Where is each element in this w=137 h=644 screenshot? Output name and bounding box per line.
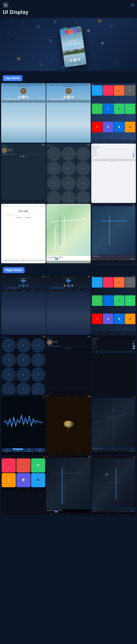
menu-icon[interactable] <box>3 2 8 8</box>
prev-1[interactable]: ⏮ <box>18 96 21 98</box>
night-extra[interactable]: 📱 <box>125 314 135 324</box>
night-bt[interactable]: BT <box>103 295 113 306</box>
night-prev-1[interactable]: ⏮ <box>18 284 21 287</box>
num-star[interactable]: * <box>47 191 61 203</box>
next-1[interactable]: ⏭ <box>26 96 28 98</box>
eq-rock[interactable]: ROCK <box>12 448 23 450</box>
night-star[interactable]: * <box>2 382 16 395</box>
night-yt[interactable]: ▶ <box>92 314 102 324</box>
night-bt-next[interactable]: ⏭ <box>70 347 72 350</box>
night-auto-connect-toggle[interactable] <box>132 346 135 347</box>
app-maps[interactable]: 🗺 <box>92 104 102 114</box>
carplay-prev[interactable]: ⏮ <box>131 258 132 260</box>
night-telegram[interactable]: ✈ <box>92 277 102 288</box>
app-appstore[interactable]: 🅰 <box>114 122 124 132</box>
night-nav-play[interactable]: ▶ <box>132 450 133 452</box>
night-settings[interactable]: ⚙ <box>125 277 135 288</box>
night-phone[interactable]: 📞 <box>114 295 124 306</box>
night-cp-extra[interactable]: 📱 Apps <box>31 473 45 487</box>
night-hash[interactable]: # <box>31 382 45 395</box>
skip-back-2[interactable]: ⏪ <box>64 96 66 98</box>
eq-jazz[interactable]: JAZZ <box>24 448 34 450</box>
num-hash[interactable]: # <box>76 191 90 203</box>
night-music[interactable]: 🎵 <box>103 277 113 288</box>
app-music[interactable]: 🎵 <box>103 85 113 96</box>
night-prev-2[interactable]: ⏪ <box>64 284 66 287</box>
num-0[interactable]: 0 <box>61 191 76 203</box>
carplay-next[interactable]: ⏭ <box>134 258 135 260</box>
num-8[interactable]: 8 <box>61 176 76 190</box>
night-0[interactable]: 0 <box>16 382 30 395</box>
bt-next[interactable]: ⏭ <box>26 156 27 158</box>
night-msg[interactable]: 💬 <box>125 295 135 306</box>
num-1[interactable]: 1 <box>47 147 61 161</box>
num-2[interactable]: 2 <box>61 147 76 161</box>
power-toggle[interactable] <box>132 156 135 157</box>
app-waze[interactable]: 🧭 <box>103 122 113 132</box>
play-1[interactable]: ⏸ <box>22 96 25 99</box>
night-photos[interactable]: 📷 <box>114 277 124 288</box>
google-search-btn[interactable]: Google Search <box>16 217 23 218</box>
app-bt[interactable]: BT <box>103 104 113 114</box>
night-nav-next[interactable]: ⏭ <box>134 450 135 452</box>
night-eta-prev[interactable]: ⏮ <box>131 510 132 512</box>
num-6[interactable]: 6 <box>76 161 90 176</box>
night-power-toggle[interactable] <box>132 348 135 349</box>
num-9[interactable]: 9 <box>76 176 90 190</box>
num-3[interactable]: 3 <box>76 147 90 161</box>
bt-prev[interactable]: ⏮ <box>20 156 21 158</box>
google-search-bar[interactable]: 🔍 Search or type URL <box>4 214 43 216</box>
night-next-2[interactable]: ⏩ <box>71 284 74 287</box>
app-youtube[interactable]: ▶ <box>92 122 102 132</box>
eq-classic[interactable]: CLASSIC <box>34 448 45 450</box>
auto-connect-toggle[interactable] <box>132 154 135 155</box>
go-btn[interactable]: GO <box>55 258 58 260</box>
skip-fwd-2[interactable]: ⏩ <box>71 96 74 98</box>
night-cp-waze[interactable]: 🧭 Waze <box>16 473 30 487</box>
num-5[interactable]: 5 <box>61 161 76 176</box>
app-messages[interactable]: 💬 <box>125 104 135 114</box>
night-nav-prev[interactable]: ⏮ <box>131 450 132 452</box>
night-bt-play[interactable]: ⏸ <box>68 347 70 350</box>
night-num-7[interactable]: 7 <box>2 368 16 382</box>
night-cp-music[interactable]: 🎵 Music <box>16 458 30 472</box>
carplay-play[interactable]: ▶ <box>132 258 133 260</box>
night-bt-prev[interactable]: ⏮ <box>65 347 66 350</box>
auto-answer-toggle[interactable] <box>132 151 135 152</box>
night-maps[interactable]: 🗺 <box>92 295 102 306</box>
app-telegram[interactable]: ✈ <box>92 85 102 96</box>
num-7[interactable]: 7 <box>47 176 61 190</box>
night-waze[interactable]: 🧭 <box>103 314 113 324</box>
night-auto-answer-toggle[interactable] <box>132 343 135 344</box>
eq-vocal[interactable]: VOCAL <box>34 450 45 452</box>
eq-bass[interactable]: BASS <box>12 450 23 452</box>
eq-normal[interactable]: NORMAL <box>2 450 12 452</box>
night-eta-play[interactable]: ▶ <box>132 510 133 512</box>
night-next-1[interactable]: ⏭ <box>26 284 28 287</box>
night-eta-next[interactable]: ⏭ <box>134 510 135 512</box>
night-cp-podcast[interactable]: 🎙 Podcast <box>2 473 16 487</box>
app-settings[interactable]: ⚙ <box>125 85 135 96</box>
night-play-2[interactable]: ⏸ <box>67 284 70 287</box>
app-extra[interactable]: 📱 <box>125 122 135 132</box>
night-cp-maps[interactable]: 🗺 Maps <box>31 458 45 472</box>
night-num-1[interactable]: 1 <box>2 338 16 352</box>
night-num-5[interactable]: 5 <box>16 353 30 367</box>
nav-lines-icon[interactable] <box>131 4 134 6</box>
night-num-4[interactable]: 4 <box>2 353 16 367</box>
night-apps[interactable]: 🅰 <box>114 314 124 324</box>
night-num-8[interactable]: 8 <box>16 368 30 382</box>
eq-treble[interactable]: TREBLE <box>24 450 34 452</box>
night-num-6[interactable]: 6 <box>31 353 45 367</box>
night-cp-phone[interactable]: 📞 Phone <box>2 458 16 472</box>
night-num-2[interactable]: 2 <box>16 338 30 352</box>
app-photos[interactable]: 📷 <box>114 85 124 96</box>
lucky-btn[interactable]: I'm Feeling Lucky <box>23 217 32 218</box>
eq-pop[interactable]: POP <box>2 448 12 450</box>
bt-play[interactable]: ⏸ <box>22 156 24 158</box>
play-2[interactable]: ⏸ <box>67 96 70 99</box>
app-phone[interactable]: 📞 <box>114 104 124 114</box>
night-play-1[interactable]: ⏸ <box>22 284 25 287</box>
num-4[interactable]: 4 <box>47 161 61 176</box>
night-num-3[interactable]: 3 <box>31 338 45 352</box>
